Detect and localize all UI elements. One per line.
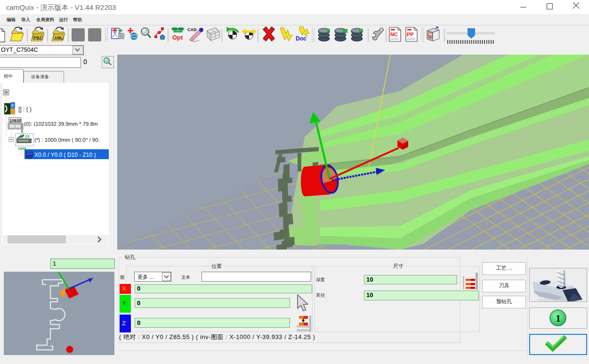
svg-text:NC: NC [390, 32, 398, 37]
svg-text:M: M [342, 27, 348, 35]
svg-text:P: P [359, 27, 363, 35]
svg-text:Doc: Doc [296, 35, 307, 42]
svg-text:23: 23 [25, 134, 29, 138]
svg-text:[] : ( ): [] : ( ) [18, 106, 32, 113]
svg-text:CAD: CAD [187, 27, 197, 32]
svg-text:T: T [326, 27, 330, 35]
svg-text:X0.0 / Y0.0 ( D10 - Z10 ): X0.0 / Y0.0 ( D10 - Z10 ) [34, 152, 96, 158]
svg-text:Opt: Opt [172, 34, 183, 41]
svg-text:8: 8 [11, 103, 14, 108]
svg-text:1: 1 [556, 312, 561, 324]
svg-text:10930: 10930 [9, 118, 21, 123]
svg-text:g: g [429, 33, 432, 38]
svg-text:XML: XML [55, 35, 63, 40]
svg-text:(*) : 1000.0mm ( 90.0° / 90.: (*) : 1000.0mm ( 90.0° / 90. [34, 137, 100, 143]
svg-text:PP: PP [407, 32, 414, 37]
svg-text:(0): (1021032 39.9mm * 79.8m: (0): (1021032 39.9mm * 79.8m [24, 121, 98, 127]
svg-text:PBZ: PBZ [34, 35, 42, 40]
